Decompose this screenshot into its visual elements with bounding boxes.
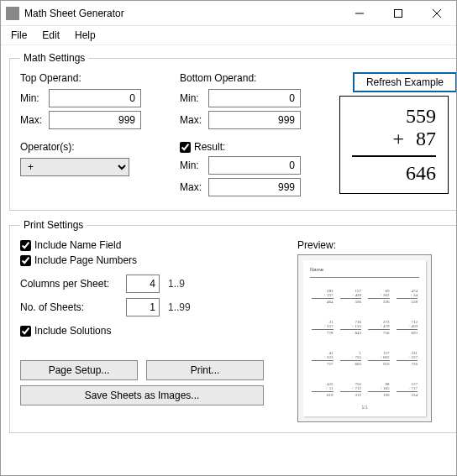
preview-page: Name 283+ 157464 157+ 439596 69+ 262326 … <box>303 260 426 416</box>
print-settings-legend: Print Settings <box>20 219 87 231</box>
result-min-label: Min: <box>180 160 208 171</box>
svg-rect-1 <box>395 9 402 17</box>
example-operator: + <box>392 128 404 150</box>
result-max-input[interactable] <box>208 178 301 196</box>
maximize-button[interactable] <box>379 1 418 26</box>
sheets-label: No. of Sheets: <box>20 301 121 313</box>
operators-label: Operator(s): <box>20 141 171 153</box>
preview-label: Preview: <box>297 239 449 251</box>
print-settings-group: Print Settings Include Name Field Includ… <box>9 219 457 433</box>
example-box: 559 + 87 646 <box>339 96 449 194</box>
preview-name-line <box>310 272 419 278</box>
sheets-range: 1..99 <box>168 301 191 313</box>
example-top: 559 <box>406 105 436 128</box>
top-min-input[interactable] <box>49 89 141 107</box>
include-name-checkbox[interactable] <box>20 240 31 251</box>
include-pagenum-row[interactable]: Include Page Numbers <box>20 254 289 266</box>
preview-box: Name 283+ 157464 157+ 439596 69+ 262326 … <box>297 254 432 422</box>
top-min-label: Min: <box>20 92 49 104</box>
include-solutions-row[interactable]: Include Solutions <box>20 325 289 337</box>
sheets-input[interactable] <box>126 298 160 316</box>
result-max-label: Max: <box>180 181 208 193</box>
result-min-input[interactable] <box>208 156 301 175</box>
math-settings-legend: Math Settings <box>20 52 88 64</box>
page-setup-button[interactable]: Page Setup... <box>20 360 138 380</box>
app-icon <box>6 7 19 20</box>
top-operand-label: Top Operand: <box>20 72 171 84</box>
titlebar: Math Sheet Generator <box>1 1 456 26</box>
columns-label: Columns per Sheet: <box>20 278 121 290</box>
top-max-label: Max: <box>20 114 49 126</box>
include-pagenum-label: Include Page Numbers <box>34 254 137 266</box>
bottom-max-input[interactable] <box>208 111 301 129</box>
operator-select[interactable]: + <box>20 158 129 176</box>
result-checkbox-label: Result: <box>194 141 225 153</box>
example-divider <box>352 155 436 157</box>
print-button[interactable]: Print... <box>146 360 264 380</box>
save-images-button[interactable]: Save Sheets as Images... <box>20 385 264 405</box>
window-title: Math Sheet Generator <box>24 8 124 19</box>
math-settings-group: Math Settings Top Operand: Min: Max: Ope… <box>9 52 457 211</box>
include-solutions-checkbox[interactable] <box>20 326 31 337</box>
include-name-label: Include Name Field <box>34 239 121 251</box>
bottom-min-label: Min: <box>180 92 208 104</box>
include-pagenum-checkbox[interactable] <box>20 255 31 266</box>
menubar: File Edit Help <box>1 26 456 45</box>
refresh-example-button[interactable]: Refresh Example <box>353 72 457 92</box>
columns-input[interactable] <box>126 275 160 293</box>
close-button[interactable] <box>418 1 456 26</box>
include-solutions-label: Include Solutions <box>34 325 111 337</box>
result-checkbox-row[interactable]: Result: <box>180 141 331 153</box>
menu-help[interactable]: Help <box>68 28 102 43</box>
preview-problem-grid: 283+ 157464 157+ 439596 69+ 262326 474+ … <box>310 283 419 403</box>
menu-file[interactable]: File <box>4 28 34 43</box>
preview-page-number: 1/1 <box>310 405 419 410</box>
example-bottom: 87 <box>416 128 436 150</box>
columns-range: 1..9 <box>168 278 185 290</box>
include-name-row[interactable]: Include Name Field <box>20 239 289 251</box>
bottom-operand-label: Bottom Operand: <box>180 72 331 84</box>
minimize-button[interactable] <box>340 1 379 26</box>
result-checkbox[interactable] <box>180 142 191 153</box>
bottom-min-input[interactable] <box>208 89 301 107</box>
top-max-input[interactable] <box>49 111 141 129</box>
bottom-max-label: Max: <box>180 114 208 126</box>
menu-edit[interactable]: Edit <box>35 28 66 43</box>
example-result: 646 <box>406 162 436 185</box>
